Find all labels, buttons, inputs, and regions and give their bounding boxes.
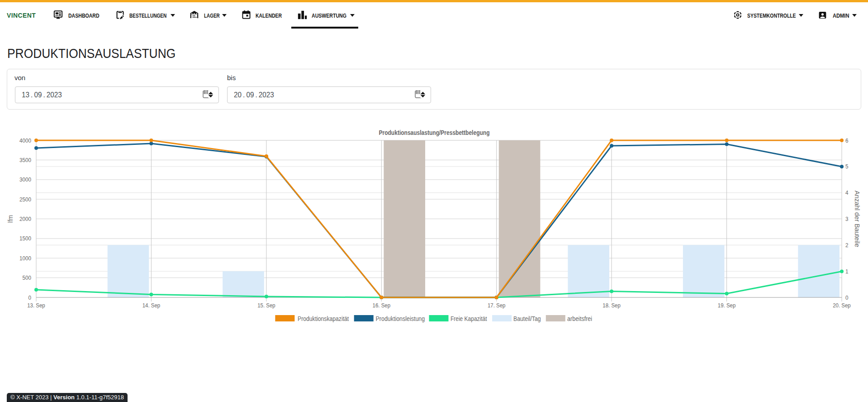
svg-text:17. Sep: 17. Sep (488, 302, 506, 309)
svg-text:0: 0 (28, 294, 32, 301)
svg-text:3000: 3000 (19, 176, 31, 183)
svg-text:1: 1 (845, 268, 849, 275)
svg-text:4000: 4000 (19, 137, 31, 144)
svg-text:18. Sep: 18. Sep (602, 302, 621, 309)
svg-text:Freie Kapazität: Freie Kapazität (451, 315, 487, 322)
svg-text:4: 4 (845, 189, 849, 196)
svg-text:Produktionskapazität: Produktionskapazität (298, 315, 349, 322)
svg-text:3: 3 (845, 215, 849, 222)
svg-text:13. Sep: 13. Sep (27, 302, 45, 309)
svg-text:2: 2 (845, 242, 849, 249)
svg-text:Produktionsauslastung/Pressbet: Produktionsauslastung/Pressbettbelegung (379, 129, 490, 136)
svg-text:20. Sep: 20. Sep (833, 302, 851, 309)
svg-text:500: 500 (23, 274, 32, 281)
svg-text:2500: 2500 (19, 196, 31, 203)
svg-text:1000: 1000 (19, 255, 31, 262)
svg-text:Anzahl der Bauteile: Anzahl der Bauteile (854, 191, 861, 247)
svg-text:3500: 3500 (19, 157, 31, 163)
svg-text:Bauteil/Tag: Bauteil/Tag (513, 315, 541, 322)
svg-text:14. Sep: 14. Sep (142, 302, 161, 309)
svg-text:6: 6 (845, 137, 849, 144)
svg-text:16. Sep: 16. Sep (373, 302, 391, 309)
svg-text:19. Sep: 19. Sep (718, 302, 736, 309)
svg-text:1500: 1500 (19, 235, 31, 242)
svg-text:15. Sep: 15. Sep (257, 302, 275, 309)
svg-text:0: 0 (845, 294, 849, 301)
svg-text:2000: 2000 (19, 215, 31, 222)
svg-text:5: 5 (845, 163, 849, 170)
svg-text:Produktionsleistung: Produktionsleistung (376, 315, 425, 322)
svg-text:arbeitsfrei: arbeitsfrei (567, 315, 592, 322)
svg-text:lfm: lfm (6, 215, 14, 223)
